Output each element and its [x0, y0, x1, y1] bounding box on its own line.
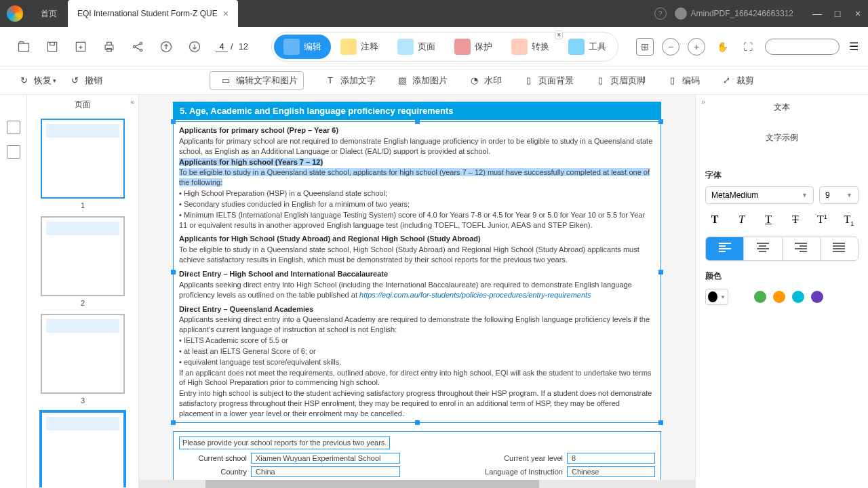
thumbs-title: 页面 [27, 95, 138, 115]
resize-handle[interactable] [171, 420, 176, 425]
thumbnails-icon[interactable] [7, 121, 20, 134]
close-window-button[interactable]: × [848, 8, 868, 19]
save-as-icon[interactable] [72, 38, 90, 56]
current-color-picker[interactable]: ▼ [705, 289, 728, 305]
close-x-icon[interactable]: × [555, 30, 563, 39]
color-swatch[interactable] [735, 291, 747, 303]
header-footer-button[interactable]: ▯页眉页脚 [590, 75, 646, 87]
download-icon[interactable] [186, 38, 203, 56]
zoom-in-button[interactable]: + [688, 38, 705, 56]
thumb-page-1[interactable] [41, 119, 125, 199]
undo-button[interactable]: ↻恢复▾ [14, 75, 56, 87]
thumb-page-3[interactable] [41, 314, 125, 394]
add-image-button[interactable]: ▧添加图片 [392, 75, 448, 87]
panel-title: 文本 [705, 99, 859, 116]
mode-edit[interactable]: 编辑 [274, 35, 331, 59]
page-bg-button[interactable]: ▯页面背景 [518, 75, 574, 87]
app-logo-icon [7, 5, 23, 22]
resize-handle[interactable] [658, 119, 663, 124]
collapse-right-icon[interactable]: » [701, 98, 705, 106]
help-icon[interactable]: ? [654, 7, 667, 20]
form-section: Please provide your school reports for t… [173, 431, 661, 485]
resize-handle[interactable] [171, 119, 176, 124]
share-icon[interactable] [129, 38, 146, 56]
open-file-icon[interactable] [15, 38, 33, 56]
font-size-select[interactable]: 9▼ [819, 186, 859, 204]
resize-handle[interactable] [658, 270, 663, 274]
resize-handle[interactable] [415, 420, 420, 425]
document-canvas[interactable]: 5. Age, Academic and English language pr… [139, 95, 695, 488]
avatar-icon[interactable] [675, 7, 687, 20]
mode-tools[interactable]: 工具 [559, 35, 616, 59]
selected-text-frame[interactable]: Applicants for primary school (Prep – Ye… [173, 121, 661, 423]
watermark-icon: ◔ [468, 75, 480, 87]
resize-handle[interactable] [415, 119, 420, 124]
italic-button[interactable]: T [732, 214, 751, 227]
print-icon[interactable] [100, 38, 118, 56]
align-justify-button[interactable] [820, 237, 858, 260]
edit-icon: ▭ [220, 75, 232, 87]
right-panel: » 文本 文字示例 字体 MetaMedium▼ 9▼ T T T T T1 T… [695, 95, 868, 488]
color-swatch[interactable] [811, 291, 823, 303]
resize-handle[interactable] [171, 270, 176, 274]
text-style-row: T T T T T1 T1 [705, 214, 859, 227]
edit-text-image-button[interactable]: ▭编辑文字和图片 [210, 71, 304, 90]
maximize-button[interactable]: □ [827, 8, 848, 19]
redo-button[interactable]: ↺撤销 [64, 75, 102, 87]
zoom-out-button[interactable]: − [662, 38, 679, 56]
subscript-button[interactable]: T1 [840, 214, 859, 227]
edit-toolbar: ↻恢复▾ ↺撤销 ▭编辑文字和图片 T添加文字 ▧添加图片 ◔水印 ▯页面背景 … [0, 66, 868, 95]
section-header[interactable]: 5. Age, Academic and English language pr… [173, 102, 661, 120]
save-icon[interactable] [43, 38, 61, 56]
document-tab[interactable]: EQI International Student Form-Z QUE × [68, 0, 238, 27]
collapse-left-icon[interactable]: « [130, 98, 134, 106]
field-current-school[interactable]: Xiamen Wuyuan Experimental School [251, 453, 400, 464]
numbering-button[interactable]: ▯编码 [662, 75, 700, 87]
fit-width-icon[interactable]: ⊞ [636, 38, 654, 56]
mode-annotate[interactable]: 注释 [331, 35, 388, 59]
crop-button[interactable]: ⤢裁剪 [716, 75, 754, 87]
align-left-button[interactable] [706, 237, 743, 260]
thumb-page-2[interactable] [41, 216, 125, 296]
color-swatch[interactable] [754, 291, 766, 303]
hand-tool-icon[interactable]: ✋ [713, 38, 731, 56]
horizontal-scrollbar[interactable] [139, 480, 695, 488]
minimize-button[interactable]: — [807, 8, 827, 19]
underline-button[interactable]: T [759, 214, 778, 227]
current-page[interactable]: 4 [216, 41, 228, 52]
bold-button[interactable]: T [705, 214, 724, 227]
menu-icon[interactable]: ☰ [849, 40, 859, 53]
svg-rect-3 [107, 42, 112, 45]
close-tab-icon[interactable]: × [223, 8, 229, 19]
align-center-button[interactable] [743, 237, 781, 260]
label-language: Language of Instruction [485, 468, 563, 476]
outline-icon[interactable] [7, 145, 20, 159]
mode-convert[interactable]: 转换× [502, 35, 559, 59]
mode-protect[interactable]: 保护 [445, 35, 502, 59]
field-year-level[interactable]: 8 [567, 453, 655, 464]
upload-icon[interactable] [157, 38, 175, 56]
zoom-slider[interactable] [765, 39, 840, 55]
page-indicator[interactable]: 4 / 12 [216, 41, 251, 52]
color-swatch[interactable] [792, 291, 804, 303]
strikethrough-button[interactable]: T [786, 214, 805, 227]
font-family-select[interactable]: MetaMedium▼ [705, 186, 814, 204]
field-country[interactable]: China [251, 466, 400, 477]
numbering-icon: ▯ [666, 75, 678, 87]
document-tab-title: EQI International Student Form-Z QUE [77, 9, 218, 18]
svg-point-6 [140, 42, 142, 44]
resize-handle[interactable] [658, 420, 663, 425]
home-tab[interactable]: 首页 [30, 0, 68, 27]
label-current-school: Current school [179, 454, 247, 462]
entry-requirements-link[interactable]: https://eqi.com.au/for-students/policies… [359, 291, 591, 299]
align-right-button[interactable] [782, 237, 820, 260]
mode-page[interactable]: 页面 [388, 35, 445, 59]
field-language[interactable]: Chinese [567, 466, 655, 477]
superscript-button[interactable]: T1 [812, 214, 831, 227]
thumb-page-4[interactable] [41, 411, 125, 487]
mode-tabs: 编辑 注释 页面 保护 转换× 工具 [271, 32, 618, 62]
watermark-button[interactable]: ◔水印 [464, 75, 502, 87]
color-swatch[interactable] [773, 291, 785, 303]
select-tool-icon[interactable]: ⛶ [739, 38, 757, 56]
add-text-button[interactable]: T添加文字 [320, 75, 376, 87]
